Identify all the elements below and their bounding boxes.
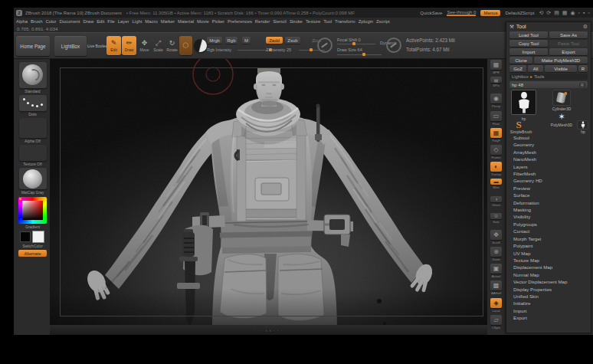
menu-item[interactable]: Color [45, 19, 56, 24]
home-page-button[interactable]: Home Page [16, 36, 50, 56]
tool-section-item[interactable]: Layers [509, 163, 588, 170]
color-picker[interactable] [18, 197, 47, 224]
right-shelf-button[interactable]: ▦ BPR [489, 60, 504, 77]
undo-icon[interactable]: ⟲ [539, 10, 543, 16]
tool-section-item[interactable]: Texture Map [509, 257, 588, 264]
zsub-button[interactable]: Zsub [285, 37, 300, 44]
lightbox-button[interactable]: LightBox [54, 36, 87, 56]
make-polymesh-button[interactable]: Make PolyMesh3D [534, 57, 588, 64]
tool-r-button[interactable]: R [579, 83, 585, 87]
menu-item[interactable]: File [107, 19, 115, 24]
menu-item[interactable]: Layer [118, 19, 129, 24]
tool-section-item[interactable]: FiberMesh [509, 170, 588, 177]
see-through-slider[interactable]: See-through 0 [447, 10, 476, 16]
right-shelf-button[interactable]: ▦ PolyF [489, 128, 504, 145]
right-shelf-button[interactable]: ◑ Ghost [489, 196, 504, 213]
hp-thumbnail[interactable] [577, 120, 588, 130]
alternate-button[interactable]: Alternate [18, 250, 47, 257]
import-button[interactable]: Import [509, 48, 548, 55]
goz-button[interactable]: GoZ [509, 65, 526, 72]
sculptris-pro-button[interactable]: ⬡ [179, 36, 192, 55]
menu-item[interactable]: Draw [83, 19, 93, 24]
right-shelf-button[interactable]: ✥ Scroll [489, 230, 504, 247]
all-button[interactable]: All [528, 65, 543, 72]
menu-item[interactable]: Document [60, 19, 80, 24]
m-button[interactable]: M [242, 37, 251, 44]
tool-section-item[interactable]: Vector Displacement Map [509, 278, 588, 285]
copy-tool-button[interactable]: Copy Tool [509, 40, 548, 47]
right-shelf-button[interactable]: ◇ Frame [489, 145, 504, 162]
menu-item[interactable]: Zscript [376, 19, 390, 24]
tool-section-item[interactable]: Polypaint [509, 242, 588, 249]
current-material-thumbnail[interactable] [19, 168, 47, 189]
close-icon[interactable]: ▫ [588, 10, 590, 16]
secondary-color-swatch[interactable] [32, 231, 44, 243]
tool-section-item[interactable]: Masking [509, 206, 588, 213]
right-shelf-button[interactable]: ◉ Persp [489, 93, 504, 110]
right-shelf-button[interactable]: ▤ SPix [489, 77, 504, 93]
current-texture-thumbnail[interactable] [19, 145, 47, 161]
default-zscript-button[interactable]: DefaultZScript [505, 11, 534, 15]
menu-item[interactable]: Render [255, 19, 270, 24]
right-shelf-button[interactable]: ⊕ Zoom [489, 247, 504, 264]
material-sphere-toggle[interactable] [194, 39, 207, 52]
tool-section-item[interactable]: Initialize [509, 300, 588, 307]
tool-section-item[interactable]: Visibility [509, 213, 588, 220]
tool-section-item[interactable]: Preview [509, 185, 588, 192]
right-shelf-button[interactable]: ⊙ Solo [489, 213, 504, 230]
tool-section-item[interactable]: Geometry [509, 141, 588, 148]
tool-section-item[interactable]: Polygroups [509, 221, 588, 228]
tool-section-item[interactable]: Geometry HD [509, 177, 588, 184]
export-button[interactable]: Export [549, 48, 588, 55]
gear-icon[interactable]: ⚙ [583, 24, 588, 30]
right-shelf-button[interactable]: ▬ Wire [489, 179, 504, 195]
menu-item[interactable]: Alpha [16, 19, 28, 24]
save-as-button[interactable]: Save As [549, 31, 588, 38]
menu-item[interactable]: Light [133, 19, 143, 24]
simplebrush-thumbnail[interactable]: S [511, 120, 526, 130]
rotate-button[interactable]: ↻Rotate [165, 36, 179, 55]
menu-item[interactable]: Picker [212, 19, 224, 24]
tool-section-item[interactable]: NanoMesh [509, 156, 588, 162]
load-tool-button[interactable]: Load Tool [509, 31, 548, 38]
right-shelf-button[interactable]: ◈ Local [489, 298, 504, 315]
right-shelf-button[interactable]: ▣ Actual [489, 264, 504, 280]
tool-section-item[interactable]: Normal Map [509, 271, 588, 278]
right-shelf-button[interactable]: ▱ LSym [489, 315, 504, 332]
tool-section-item[interactable]: Deformation [509, 199, 588, 206]
menu-item[interactable]: Transform [335, 19, 355, 24]
quicksave-button[interactable]: QuickSave [420, 11, 442, 15]
doc-icon[interactable]: ▤ [554, 10, 559, 16]
tool-section-item[interactable]: Morph Target [509, 235, 588, 242]
main-color-swatch[interactable] [20, 231, 31, 242]
menu-item[interactable]: Stencil [273, 19, 287, 24]
paste-tool-button[interactable]: Paste Tool [549, 40, 588, 47]
menu-item[interactable]: Preferences [228, 19, 252, 24]
tool-section-item[interactable]: ArrayMesh [509, 149, 588, 156]
edit-button[interactable]: ✎Edit [106, 36, 121, 55]
lightbox-tools-link[interactable]: Lightbox►Tools [509, 74, 588, 80]
menu-item[interactable]: Tool [323, 19, 332, 24]
menu-item[interactable]: Macro [145, 19, 157, 24]
rgb-button[interactable]: Rgb [225, 37, 238, 44]
r-button[interactable]: R [578, 65, 588, 72]
current-tool-bar[interactable]: hp 48 R [509, 81, 588, 88]
tool-section-item[interactable]: Surface [509, 192, 588, 198]
menu-item[interactable]: Texture [306, 19, 320, 24]
draw-button[interactable]: ✏Draw [122, 36, 136, 55]
redo-icon[interactable]: ⟳ [546, 10, 551, 16]
focal-shift-slider[interactable] [337, 44, 375, 44]
current-alpha-thumbnail[interactable] [19, 118, 47, 138]
max-icon[interactable]: ▪ [583, 10, 585, 16]
menu-item[interactable]: Marker [161, 19, 175, 24]
tool-section-item[interactable]: Displacement Map [509, 264, 588, 271]
document-canvas[interactable]: · · · ‹ › · · · [50, 59, 487, 335]
tool-section-item[interactable]: Import [509, 307, 588, 314]
layout-icon[interactable]: ▦ [562, 10, 568, 16]
tool-section-item[interactable]: Display Properties [509, 286, 588, 293]
min-icon[interactable]: ▫ [578, 10, 580, 16]
user-icon[interactable]: ◉ [570, 10, 575, 16]
tool-section-item[interactable]: Unified Skin [509, 293, 588, 300]
tool-section-item[interactable]: Export [509, 314, 588, 321]
right-shelf-button[interactable]: ▭ Floor [489, 111, 504, 128]
